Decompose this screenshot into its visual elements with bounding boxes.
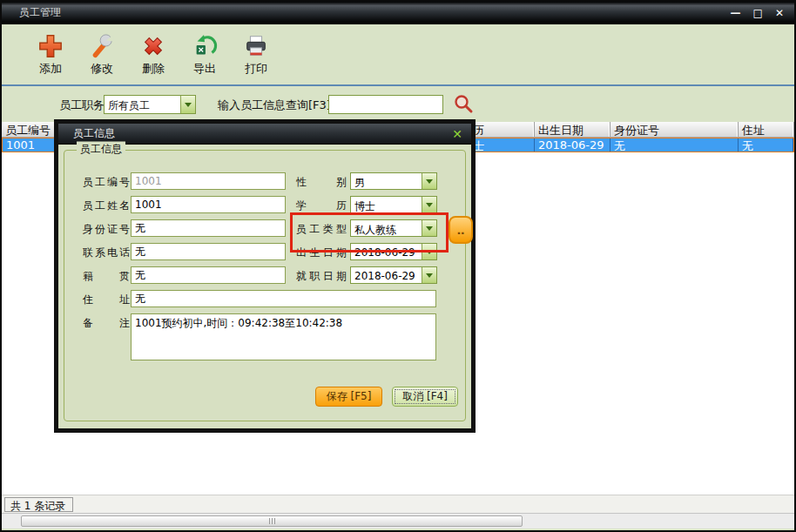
window-title: 员工管理 (2, 5, 731, 20)
column-header[interactable]: 出生日期 (535, 122, 610, 137)
employee-type-label: 员工类型 (296, 219, 347, 237)
add-label: 添加 (39, 61, 62, 77)
education-value: 博士 (351, 197, 422, 212)
edit-icon (89, 33, 115, 59)
print-label: 打印 (245, 61, 267, 77)
id-number-label: 身份证号 (83, 219, 130, 237)
save-button[interactable]: 保存 [F5] (315, 387, 382, 407)
hire-date-dropdown[interactable]: 2018-06-29 (350, 266, 437, 284)
chevron-down-icon[interactable] (422, 267, 436, 283)
cancel-button[interactable]: 取消 [F4] (392, 387, 458, 407)
cell-id-number[interactable]: 无 (610, 138, 739, 152)
search-icon[interactable] (453, 93, 474, 114)
search-label: 输入员工信息查询[F3] (218, 98, 331, 113)
birth-date-label: 出生日期 (296, 243, 347, 260)
remark-field[interactable]: 1001预约初中,时间：09:42:38至10:42:38 (131, 313, 436, 360)
birth-date-dropdown[interactable]: 2018-06-29 (350, 243, 437, 260)
education-dropdown[interactable]: 博士 (350, 196, 437, 213)
address-field[interactable] (131, 290, 436, 307)
phone-field[interactable] (131, 243, 286, 260)
record-count: 共 1 条记录 (4, 497, 73, 512)
chevron-down-icon[interactable] (422, 220, 436, 236)
titlebar: 员工管理 — □ ✕ (2, 2, 794, 24)
maximize-button[interactable]: □ (753, 2, 763, 24)
scrollbar-thumb[interactable] (21, 515, 523, 527)
status-bar: 共 1 条记录 (2, 495, 794, 513)
chevron-down-icon[interactable] (422, 173, 436, 189)
phone-label: 联系电话 (83, 243, 130, 260)
column-header[interactable]: 住址 (739, 122, 794, 137)
employee-info-groupbox: 员工信息 (64, 150, 466, 421)
export-button[interactable]: 导出 (185, 30, 225, 80)
export-label: 导出 (193, 61, 216, 77)
cell-address[interactable]: 无 (739, 138, 793, 152)
remark-label: 备注 (83, 313, 130, 331)
column-header[interactable]: 身份证号 (610, 122, 739, 137)
employee-id-field (131, 172, 286, 190)
groupbox-legend: 员工信息 (77, 142, 125, 157)
filter-bar: 员工职务 所有员工 输入员工信息查询[F3] (2, 86, 794, 122)
print-button[interactable]: 打印 (236, 30, 276, 80)
dialog-close-icon[interactable]: ✕ (452, 127, 471, 141)
gender-value: 男 (351, 173, 422, 189)
edit-button[interactable]: 修改 (82, 30, 122, 80)
address-label: 住址 (83, 290, 130, 307)
education-label: 学历 (296, 196, 347, 213)
close-button[interactable]: ✕ (775, 2, 784, 24)
employee-info-dialog: 员工信息 ✕ 员工信息 员工编号 员工姓名 身份证号 联系电话 籍贯 住址 备注… (54, 119, 476, 433)
chevron-down-icon[interactable] (422, 197, 436, 212)
position-filter-dropdown[interactable]: 所有员工 (104, 95, 196, 114)
delete-icon (140, 33, 166, 59)
hire-date-value: 2018-06-29 (351, 267, 422, 283)
delete-label: 删除 (142, 61, 165, 77)
birth-date-value: 2018-06-29 (351, 244, 422, 259)
employee-type-more-button[interactable]: ‥ (449, 216, 473, 244)
export-icon (192, 33, 218, 59)
toolbar: 添加 修改 删除 导出 (2, 24, 794, 84)
add-button[interactable]: 添加 (30, 30, 71, 80)
chevron-down-icon[interactable] (422, 244, 436, 259)
dialog-title: 员工信息 (58, 126, 452, 141)
delete-button[interactable]: 删除 (133, 30, 173, 80)
employee-name-label: 员工姓名 (83, 196, 130, 213)
native-place-field[interactable] (131, 266, 286, 284)
employee-type-dropdown[interactable]: 私人教练 (350, 219, 437, 237)
id-number-field[interactable] (131, 219, 286, 237)
employee-id-label: 员工编号 (83, 172, 130, 190)
cell-birthdate[interactable]: 2018-06-29 (535, 138, 610, 152)
employee-name-field[interactable] (131, 196, 286, 213)
search-input[interactable] (328, 95, 443, 114)
edit-label: 修改 (91, 61, 113, 77)
employee-type-value: 私人教练 (351, 220, 422, 236)
chevron-down-icon[interactable] (180, 96, 195, 113)
gender-label: 性别 (296, 172, 347, 190)
position-filter-label: 员工职务 (59, 98, 105, 113)
hire-date-label: 就职日期 (296, 266, 347, 284)
position-filter-value: 所有员工 (105, 96, 180, 113)
native-place-label: 籍贯 (83, 266, 130, 284)
gender-dropdown[interactable]: 男 (350, 172, 437, 190)
add-icon (37, 33, 64, 59)
dialog-body: 员工信息 员工编号 员工姓名 身份证号 联系电话 籍贯 住址 备注 1001预约… (58, 145, 471, 428)
employee-management-window: 员工管理 — □ ✕ 添加 修改 (0, 0, 796, 532)
minimize-button[interactable]: — (731, 2, 741, 24)
horizontal-scrollbar[interactable] (2, 513, 794, 529)
print-icon (243, 33, 269, 59)
